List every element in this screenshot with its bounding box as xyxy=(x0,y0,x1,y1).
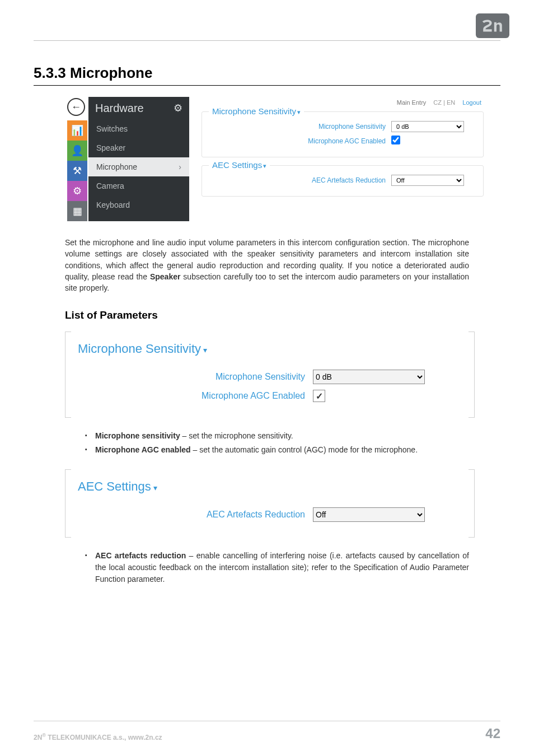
user-icon: 👤 xyxy=(71,144,83,157)
label-aec-artefacts: AEC Artefacts Reduction xyxy=(312,176,386,184)
sidebar-item-label: Speaker xyxy=(96,143,125,152)
chevron-down-icon: ▾ xyxy=(153,483,157,492)
bullet-rest: – set the automatic gain control (AGC) m… xyxy=(191,445,418,454)
nav-tile-status[interactable]: 📊 xyxy=(67,120,87,141)
select-aec-artefacts[interactable]: Off xyxy=(391,175,464,186)
checkbox-mic-agc[interactable] xyxy=(391,136,400,144)
sidebar: Hardware ⚙ Switches Speaker Microphone ›… xyxy=(88,97,189,221)
chevron-right-icon: › xyxy=(179,162,181,171)
divider-top xyxy=(34,40,500,41)
group-legend-text: AEC Settings xyxy=(212,160,262,170)
sidebar-item-microphone[interactable]: Microphone › xyxy=(88,157,189,176)
nav-tile-hardware[interactable]: ⚙ xyxy=(67,181,87,201)
list-item: AEC artefacts reduction – enable cancell… xyxy=(85,550,469,585)
label-mic-agc: Microphone AGC Enabled xyxy=(308,137,386,145)
bullet-list-sensitivity: Microphone sensitivity – set the microph… xyxy=(85,430,469,456)
gear-icon: ⚙ xyxy=(174,102,182,114)
select-mic-sensitivity-large[interactable]: 0 dB xyxy=(313,370,425,384)
footer-company: 2N® TELEKOMUNIKACE a.s., www.2n.cz xyxy=(34,732,162,741)
label-mic-agc-large: Microphone AGC Enabled xyxy=(81,391,305,401)
gear-icon: ⚙ xyxy=(73,185,82,197)
chevron-down-icon: ▾ xyxy=(263,162,266,169)
device-name: Main Entry xyxy=(397,99,427,106)
row-mic-agc: Microphone AGC Enabled xyxy=(210,136,475,147)
bullet-strong: AEC artefacts reduction xyxy=(95,551,186,560)
list-item: Microphone AGC enabled – set the automat… xyxy=(85,444,469,456)
list-item: Microphone sensitivity – set the microph… xyxy=(85,430,469,442)
chevron-down-icon: ▾ xyxy=(297,109,301,115)
group-aec-settings: AEC Settings▾ AEC Artefacts Reduction Of… xyxy=(202,165,484,197)
footer-page-number: 42 xyxy=(485,726,500,741)
nav-tile-system[interactable]: ▦ xyxy=(67,201,87,221)
row-aec-artefacts: AEC Artefacts Reduction Off xyxy=(210,175,475,186)
list-of-parameters-heading: List of Parameters xyxy=(65,309,500,321)
page-footer: 2N® TELEKOMUNIKACE a.s., www.2n.cz 42 xyxy=(34,721,500,741)
bullet-strong: Microphone sensitivity xyxy=(95,431,180,440)
select-mic-sensitivity[interactable]: 0 dB xyxy=(391,121,464,132)
tools-icon: ⚒ xyxy=(73,165,82,177)
label-aec-artefacts-large: AEC Artefacts Reduction xyxy=(81,510,305,520)
bullet-list-aec: AEC artefacts reduction – enable cancell… xyxy=(85,550,469,585)
sidebar-item-camera[interactable]: Camera xyxy=(88,176,189,195)
brand-2n-glyph xyxy=(481,18,504,33)
nav-tile-directory[interactable]: 👤 xyxy=(67,141,87,161)
row-mic-agc-large: Microphone AGC Enabled ✓ xyxy=(81,390,458,402)
bars-icon: 📊 xyxy=(71,124,83,137)
intro-paragraph: Set the microphone and line audio input … xyxy=(65,237,469,293)
sidebar-item-keyboard[interactable]: Keyboard xyxy=(88,195,189,214)
sidebar-item-speaker[interactable]: Speaker xyxy=(88,138,189,157)
bullet-rest: – set the microphone sensitivity. xyxy=(180,431,293,440)
chevron-down-icon: ▾ xyxy=(203,346,207,354)
sidebar-title: Hardware xyxy=(95,102,144,115)
group-legend[interactable]: Microphone Sensitivity▾ xyxy=(209,106,304,116)
nav-tile-strip: 📊 👤 ⚒ ⚙ ▦ xyxy=(67,120,88,221)
row-mic-sensitivity-large: Microphone Sensitivity 0 dB xyxy=(81,370,458,384)
embedded-ui-screenshot: ← 📊 👤 ⚒ ⚙ ▦ Hardware ⚙ Switches Speaker … xyxy=(67,97,489,221)
intro-strong: Speaker xyxy=(150,272,180,281)
sidebar-item-label: Switches xyxy=(96,124,128,133)
panel-legend[interactable]: AEC Settings▾ xyxy=(78,479,162,494)
select-aec-artefacts-large[interactable]: Off xyxy=(313,507,425,522)
content-area: Main Entry CZ | EN Logout Microphone Sen… xyxy=(189,97,489,221)
label-mic-sensitivity-large: Microphone Sensitivity xyxy=(81,372,305,382)
checkbox-mic-agc-large[interactable]: ✓ xyxy=(313,390,325,402)
divider-under-title xyxy=(34,85,500,86)
nav-icon-column: ← 📊 👤 ⚒ ⚙ ▦ xyxy=(67,97,88,221)
nav-tile-services[interactable]: ⚒ xyxy=(67,161,87,181)
sidebar-header: Hardware ⚙ xyxy=(88,97,189,119)
group-mic-sensitivity: Microphone Sensitivity▾ Microphone Sensi… xyxy=(202,111,484,157)
bullet-strong: Microphone AGC enabled xyxy=(95,445,191,454)
row-mic-sensitivity: Microphone Sensitivity 0 dB xyxy=(210,121,475,132)
group-legend[interactable]: AEC Settings▾ xyxy=(209,160,270,170)
row-aec-artefacts-large: AEC Artefacts Reduction Off xyxy=(81,507,458,522)
panel-legend[interactable]: Microphone Sensitivity▾ xyxy=(78,342,212,356)
brand-logo xyxy=(476,13,509,38)
sidebar-item-switches[interactable]: Switches xyxy=(88,119,189,138)
sidebar-item-label: Camera xyxy=(96,181,124,190)
logout-link[interactable]: Logout xyxy=(462,99,481,106)
back-button[interactable]: ← xyxy=(67,98,85,116)
panel-legend-text: Microphone Sensitivity xyxy=(78,342,201,356)
panel-aec-settings: AEC Settings▾ AEC Artefacts Reduction Of… xyxy=(65,469,475,538)
group-legend-text: Microphone Sensitivity xyxy=(212,106,296,116)
panel-legend-text: AEC Settings xyxy=(78,479,151,493)
section-title: 5.3.3 Microphone xyxy=(34,64,500,82)
sidebar-item-label: Microphone xyxy=(96,162,137,171)
arrow-left-icon: ← xyxy=(71,101,81,113)
grid-icon: ▦ xyxy=(73,205,82,217)
panel-mic-sensitivity: Microphone Sensitivity▾ Microphone Sensi… xyxy=(65,332,475,418)
sidebar-item-label: Keyboard xyxy=(96,200,130,209)
language-switch[interactable]: CZ | EN xyxy=(433,99,455,106)
label-mic-sensitivity: Microphone Sensitivity xyxy=(318,123,386,130)
